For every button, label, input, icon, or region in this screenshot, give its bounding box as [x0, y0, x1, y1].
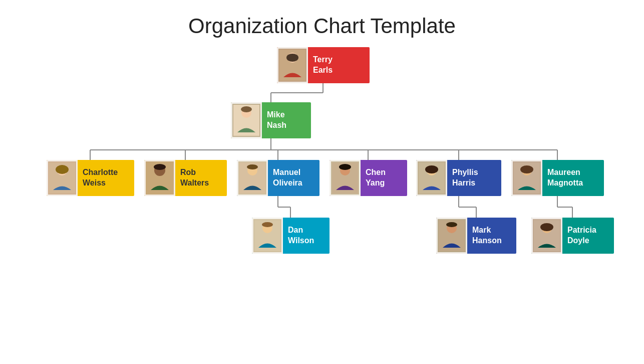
svg-point-25 — [241, 106, 252, 112]
manuel-label: ManuelOliveira — [268, 167, 307, 189]
node-phyllis: PhyllisHarris — [416, 160, 501, 196]
terry-label: TerryEarls — [308, 55, 338, 76]
node-mark: MarkHanson — [436, 218, 516, 254]
node-rob: RobWalters — [144, 160, 227, 196]
charlotte-label: CharlotteWeiss — [78, 167, 123, 189]
node-terry: TerryEarls — [277, 47, 370, 83]
node-mike: MikeNash — [231, 102, 311, 138]
chen-label: ChenYang — [361, 167, 391, 189]
svg-point-31 — [154, 164, 166, 170]
node-charlotte: CharlotteWeiss — [47, 160, 134, 196]
svg-point-37 — [339, 164, 351, 170]
mike-label: MikeNash — [262, 110, 291, 131]
svg-point-49 — [446, 222, 457, 227]
node-dan: DanWilson — [252, 218, 330, 254]
node-patricia: PatriciaDoyle — [531, 218, 614, 254]
node-maureen: MaureenMagnotta — [511, 160, 604, 196]
svg-point-40 — [425, 165, 438, 173]
patricia-label: PatriciaDoyle — [562, 225, 601, 246]
svg-point-43 — [520, 165, 533, 173]
svg-point-52 — [540, 223, 553, 231]
phyllis-label: PhyllisHarris — [447, 167, 483, 189]
org-chart: TerryEarls MikeNash CharlotteWeiss — [12, 47, 632, 364]
svg-point-22 — [286, 54, 298, 62]
node-chen: ChenYang — [330, 160, 407, 196]
svg-point-28 — [56, 165, 69, 174]
maureen-label: MaureenMagnotta — [542, 167, 588, 189]
dan-label: DanWilson — [283, 225, 319, 246]
node-manuel: ManuelOliveira — [237, 160, 319, 196]
svg-point-46 — [262, 222, 273, 227]
mark-label: MarkHanson — [467, 225, 507, 246]
rob-label: RobWalters — [175, 167, 214, 189]
svg-point-34 — [247, 164, 258, 169]
connector-lines — [12, 47, 632, 364]
page-title: Organization Chart Template — [188, 14, 456, 38]
